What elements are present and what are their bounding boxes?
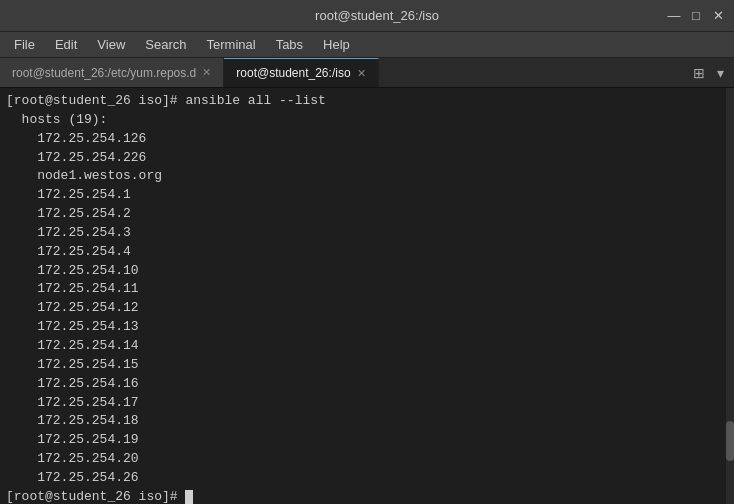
host-4: 172.25.254.2 xyxy=(6,206,131,221)
host-14: 172.25.254.17 xyxy=(6,395,139,410)
host-0: 172.25.254.126 xyxy=(6,131,146,146)
scrollbar[interactable] xyxy=(726,88,734,504)
titlebar-title: root@student_26:/iso xyxy=(88,8,666,23)
host-12: 172.25.254.15 xyxy=(6,357,139,372)
menu-search[interactable]: Search xyxy=(135,35,196,54)
terminal: [root@student_26 iso]# ansible all --lis… xyxy=(0,88,734,504)
tab-yum-label: root@student_26:/etc/yum.repos.d xyxy=(12,66,196,80)
tabbar-icon-btn[interactable]: ⊞ xyxy=(689,63,709,83)
close-button[interactable]: ✕ xyxy=(710,8,726,24)
menubar: File Edit View Search Terminal Tabs Help xyxy=(0,32,734,58)
host-10: 172.25.254.13 xyxy=(6,319,139,334)
menu-file[interactable]: File xyxy=(4,35,45,54)
menu-edit[interactable]: Edit xyxy=(45,35,87,54)
tabbar-dropdown-btn[interactable]: ▾ xyxy=(713,63,728,83)
tabbar-extras: ⊞ ▾ xyxy=(689,58,734,87)
hosts-header: hosts (19): xyxy=(6,112,107,127)
scrollbar-thumb[interactable] xyxy=(726,421,734,461)
host-1: 172.25.254.226 xyxy=(6,150,146,165)
terminal-output: [root@student_26 iso]# ansible all --lis… xyxy=(6,92,728,504)
final-prompt: [root@student_26 iso]# xyxy=(6,489,185,504)
host-11: 172.25.254.14 xyxy=(6,338,139,353)
tab-iso[interactable]: root@student_26:/iso ✕ xyxy=(224,58,378,87)
host-7: 172.25.254.10 xyxy=(6,263,139,278)
menu-terminal[interactable]: Terminal xyxy=(197,35,266,54)
menu-help[interactable]: Help xyxy=(313,35,360,54)
tab-yum[interactable]: root@student_26:/etc/yum.repos.d ✕ xyxy=(0,58,224,87)
tab-yum-close[interactable]: ✕ xyxy=(202,66,211,79)
menu-view[interactable]: View xyxy=(87,35,135,54)
prompt-line: [root@student_26 iso]# ansible all --lis… xyxy=(6,93,326,108)
host-15: 172.25.254.18 xyxy=(6,413,139,428)
cursor xyxy=(185,490,193,504)
titlebar-controls: — □ ✕ xyxy=(666,8,726,24)
host-3: 172.25.254.1 xyxy=(6,187,131,202)
tab-iso-label: root@student_26:/iso xyxy=(236,66,350,80)
host-9: 172.25.254.12 xyxy=(6,300,139,315)
menu-tabs[interactable]: Tabs xyxy=(266,35,313,54)
maximize-button[interactable]: □ xyxy=(688,8,704,24)
titlebar: root@student_26:/iso — □ ✕ xyxy=(0,0,734,32)
host-6: 172.25.254.4 xyxy=(6,244,131,259)
host-5: 172.25.254.3 xyxy=(6,225,131,240)
minimize-button[interactable]: — xyxy=(666,8,682,24)
tab-iso-close[interactable]: ✕ xyxy=(357,67,366,80)
host-17: 172.25.254.20 xyxy=(6,451,139,466)
host-16: 172.25.254.19 xyxy=(6,432,139,447)
host-13: 172.25.254.16 xyxy=(6,376,139,391)
host-8: 172.25.254.11 xyxy=(6,281,139,296)
host-2: node1.westos.org xyxy=(6,168,162,183)
host-18: 172.25.254.26 xyxy=(6,470,139,485)
tabbar: root@student_26:/etc/yum.repos.d ✕ root@… xyxy=(0,58,734,88)
